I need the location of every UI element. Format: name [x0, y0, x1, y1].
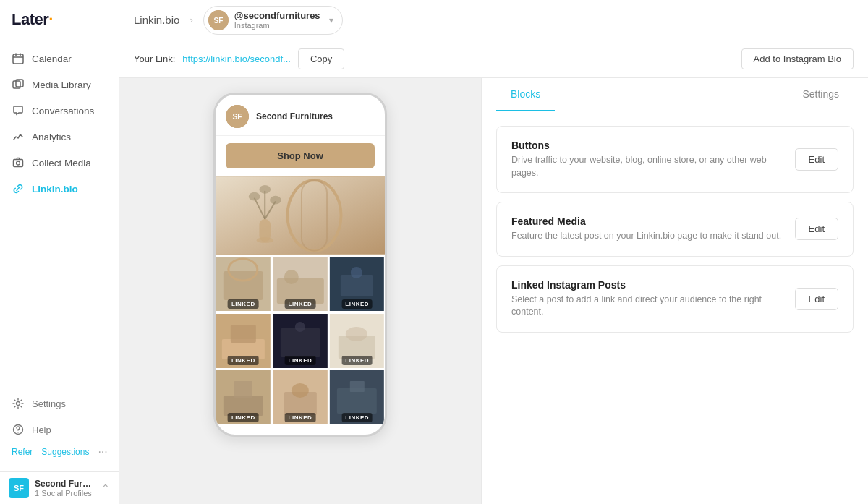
- sidebar-item-label: Analytics: [32, 132, 71, 142]
- tabs-row: Blocks Settings: [482, 78, 868, 111]
- settings-icon: [12, 397, 25, 410]
- sidebar-item-label: Settings: [32, 398, 66, 409]
- grid-cell: LINKED: [273, 370, 328, 426]
- linked-badge: LINKED: [341, 356, 373, 365]
- logo-dot: ·: [48, 10, 53, 28]
- sidebar-item-calendar[interactable]: Calendar: [0, 46, 119, 72]
- main-area: Linkin.bio › SF @secondfurnitures Instag…: [119, 0, 868, 504]
- linked-badge: LINKED: [228, 356, 259, 365]
- link-label: Your Link:: [134, 54, 175, 64]
- grid-cell: LINKED: [216, 370, 271, 426]
- sidebar-item-analytics[interactable]: Analytics: [0, 124, 119, 150]
- block-description: Feature the latest post on your Linkin.b…: [511, 230, 795, 243]
- block-info: Featured Media Feature the latest post o…: [511, 215, 795, 243]
- edit-linked-posts-button[interactable]: Edit: [795, 288, 838, 310]
- tab-settings[interactable]: Settings: [788, 78, 854, 111]
- cursor-indicator: [780, 91, 788, 98]
- linkbar: Your Link: https://linkin.bio/secondf...…: [119, 40, 868, 78]
- svg-point-22: [270, 196, 281, 205]
- right-panel: Blocks Settings Buttons Drive traffic to…: [481, 78, 868, 504]
- collect-media-icon: [12, 156, 25, 169]
- phone-grid-container: LINKED LINKED LINKED L: [216, 176, 385, 435]
- featured-image: [216, 176, 385, 255]
- sidebar-item-label: Help: [32, 424, 51, 435]
- phone-header: SF Second Furnitures: [216, 95, 385, 136]
- profile-handle: @secondfurnitures: [234, 10, 320, 21]
- linked-badge: LINKED: [341, 299, 373, 309]
- phone-mockup: SF Second Furnitures Shop Now: [213, 93, 387, 437]
- linked-badge: LINKED: [228, 299, 259, 309]
- block-info: Buttons Drive traffic to your website, b…: [511, 140, 795, 179]
- logo-area: Later·: [0, 0, 119, 38]
- chevron-up-icon: ⌃: [101, 482, 110, 494]
- linkin-bio-icon: [12, 182, 25, 195]
- preview-panel: SF Second Furnitures Shop Now: [119, 78, 481, 504]
- calendar-icon: [12, 52, 25, 65]
- svg-rect-48: [337, 388, 377, 414]
- block-card-featured-media: Featured Media Feature the latest post o…: [496, 202, 854, 257]
- block-description: Select a post to add a link and direct y…: [511, 294, 795, 319]
- block-title: Linked Instagram Posts: [511, 279, 795, 291]
- sidebar-item-settings[interactable]: Settings: [0, 390, 119, 417]
- grid-cell: LINKED: [329, 257, 385, 312]
- grid-cell: LINKED: [273, 314, 328, 370]
- linked-badge: LINKED: [228, 413, 259, 422]
- footer-more-icon[interactable]: ···: [98, 445, 107, 458]
- avatar: SF: [9, 478, 29, 498]
- grid-cell: LINKED: [216, 314, 271, 370]
- suggestions-link[interactable]: Suggestions: [41, 447, 89, 457]
- content-area: SF Second Furnitures Shop Now: [119, 78, 868, 504]
- profile-selector[interactable]: SF @secondfurnitures Instagram ▾: [203, 6, 343, 35]
- sidebar-item-label: Conversations: [32, 106, 94, 116]
- breadcrumb-arrow: ›: [190, 14, 192, 25]
- refer-link[interactable]: Refer: [12, 447, 33, 457]
- link-url[interactable]: https://linkin.bio/secondf...: [182, 54, 291, 64]
- tab-blocks[interactable]: Blocks: [496, 78, 555, 111]
- block-title: Featured Media: [511, 215, 795, 227]
- phone-avatar: SF: [226, 105, 249, 128]
- svg-point-4: [17, 161, 20, 165]
- shop-now-button[interactable]: Shop Now: [226, 143, 375, 168]
- topbar: Linkin.bio › SF @secondfurnitures Instag…: [119, 0, 868, 40]
- svg-text:SF: SF: [233, 113, 242, 121]
- svg-point-20: [249, 192, 260, 201]
- svg-point-28: [284, 270, 298, 284]
- analytics-icon: [12, 130, 25, 143]
- sidebar-item-collect-media[interactable]: Collect Media: [0, 150, 119, 176]
- grid-cell: LINKED: [329, 314, 385, 370]
- svg-point-21: [259, 185, 271, 194]
- linked-badge: LINKED: [285, 299, 316, 309]
- svg-point-7: [17, 432, 18, 432]
- svg-rect-12: [216, 176, 385, 254]
- svg-rect-43: [234, 381, 252, 398]
- sidebar-item-conversations[interactable]: Conversations: [0, 98, 119, 124]
- svg-point-37: [294, 322, 305, 332]
- profile-details: @secondfurnitures Instagram: [234, 10, 320, 30]
- sidebar-item-media-library[interactable]: Media Library: [0, 72, 119, 98]
- svg-rect-3: [14, 160, 23, 167]
- linked-badge: LINKED: [285, 356, 316, 365]
- phone-username: Second Furnitures: [256, 111, 333, 121]
- block-card-linked-posts: Linked Instagram Posts Select a post to …: [496, 265, 854, 333]
- sidebar-item-label: Collect Media: [32, 158, 91, 168]
- sidebar-item-label: Linkin.bio: [32, 184, 78, 195]
- sidebar-item-help[interactable]: Help: [0, 417, 119, 443]
- sidebar-item-linkin-bio[interactable]: Linkin.bio: [0, 176, 119, 202]
- svg-rect-49: [350, 381, 365, 392]
- copy-button[interactable]: Copy: [298, 48, 344, 69]
- help-icon: [12, 423, 25, 436]
- sidebar: Later· Calendar Media Library Conversati…: [0, 0, 119, 504]
- media-library-icon: [12, 78, 25, 91]
- add-to-bio-button[interactable]: Add to Instagram Bio: [741, 48, 854, 69]
- svg-point-46: [291, 383, 308, 398]
- grid-cell: LINKED: [273, 257, 328, 312]
- account-row[interactable]: SF Second Furnitur... 1 Social Profiles …: [0, 471, 119, 504]
- linked-badge: LINKED: [285, 413, 316, 422]
- edit-featured-media-button[interactable]: Edit: [795, 218, 838, 240]
- profile-platform: Instagram: [234, 21, 320, 30]
- sidebar-item-label: Media Library: [32, 80, 91, 90]
- block-card-buttons: Buttons Drive traffic to your website, b…: [496, 126, 854, 193]
- footer-links: Refer Suggestions ···: [0, 443, 119, 461]
- edit-buttons-button[interactable]: Edit: [795, 148, 838, 171]
- svg-rect-36: [280, 328, 320, 357]
